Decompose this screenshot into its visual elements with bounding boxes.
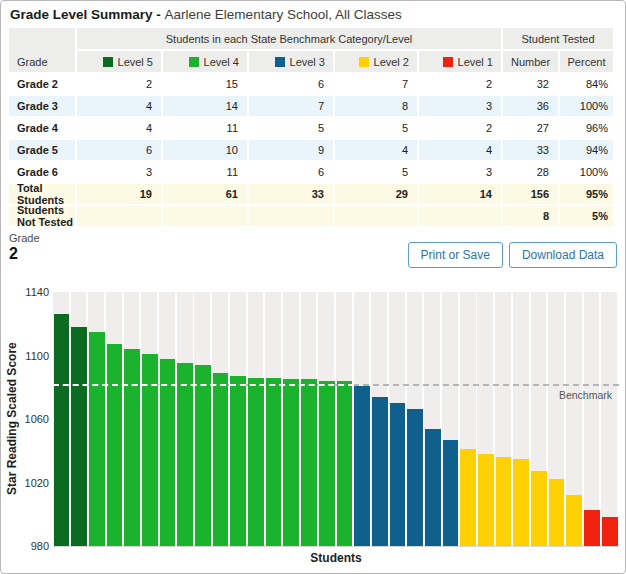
level-swatch-icon: [443, 57, 453, 67]
level-swatch-icon: [103, 57, 113, 67]
table-cell: 5: [335, 162, 417, 182]
download-data-button[interactable]: Download Data: [509, 242, 617, 268]
table-cell: 4: [77, 96, 161, 116]
table-row-label: Grade 4: [9, 118, 75, 138]
student-score-bar[interactable]: [177, 363, 193, 546]
student-score-bar[interactable]: [566, 495, 582, 546]
table-cell: 27: [503, 118, 558, 138]
student-score-bar[interactable]: [531, 471, 547, 546]
table-cell: 6: [249, 74, 333, 94]
table-cell: 14: [419, 184, 501, 204]
student-score-bar[interactable]: [195, 365, 211, 546]
student-score-bar[interactable]: [584, 510, 600, 547]
grade-level-summary-report: Grade Level Summary - Aarlene Elementary…: [0, 0, 626, 574]
table-cell: 96%: [560, 118, 613, 138]
student-score-bar[interactable]: [443, 440, 459, 546]
table-cell: 3: [419, 96, 501, 116]
level-header-label: Level 5: [118, 56, 153, 68]
level-header-label: Level 3: [290, 56, 325, 68]
table-cell: 2: [77, 74, 161, 94]
benchmark-category-group-header: Students in each State Benchmark Categor…: [77, 28, 501, 49]
student-score-bar[interactable]: [319, 381, 335, 546]
table-cell: 15: [163, 74, 247, 94]
level-swatch-icon: [189, 57, 199, 67]
y-tick-label: 1140: [9, 286, 49, 298]
table-cell: 4: [335, 140, 417, 160]
student-score-bar[interactable]: [107, 344, 123, 546]
level-header-5: Level 5: [77, 51, 161, 72]
student-score-bar[interactable]: [407, 409, 423, 546]
table-cell: 33: [503, 140, 558, 160]
student-score-bar[interactable]: [425, 429, 441, 546]
table-cell: [249, 206, 333, 226]
student-score-bar[interactable]: [266, 378, 282, 546]
student-score-bar[interactable]: [142, 354, 158, 546]
grade-summary-table: Grade Students in each State Benchmark C…: [9, 28, 617, 226]
student-score-bar[interactable]: [283, 379, 299, 546]
scaled-score-chart: Star Reading Scaled Score Benchmark 1140…: [1, 276, 625, 568]
student-score-bar[interactable]: [301, 379, 317, 546]
table-row-label: Grade 6: [9, 162, 75, 182]
grade-selector-value: 2: [9, 245, 40, 263]
table-cell: 3: [419, 162, 501, 182]
student-score-bar[interactable]: [602, 517, 618, 546]
table-cell: 28: [503, 162, 558, 182]
table-row-label: Total Students: [9, 184, 75, 204]
plot-area: Benchmark: [53, 292, 619, 547]
student-score-bar[interactable]: [213, 373, 229, 546]
table-cell: 3: [77, 162, 161, 182]
table-row-label: Students Not Tested: [9, 206, 75, 226]
student-score-bar[interactable]: [337, 381, 353, 546]
print-or-save-button[interactable]: Print or Save: [408, 242, 503, 268]
table-cell: 100%: [560, 96, 613, 116]
student-score-bar[interactable]: [354, 386, 370, 546]
table-cell: 11: [163, 162, 247, 182]
student-score-bar[interactable]: [496, 457, 512, 546]
number-column-header: Number: [503, 51, 558, 72]
table-cell: 19: [77, 184, 161, 204]
table-cell: 8: [503, 206, 558, 226]
table-row-label: Grade 3: [9, 96, 75, 116]
level-header-3: Level 3: [249, 51, 333, 72]
percent-column-header: Percent: [560, 51, 613, 72]
table-cell: 94%: [560, 140, 613, 160]
table-cell: [335, 206, 417, 226]
student-tested-group-header: Student Tested: [503, 28, 613, 49]
y-tick-label: 980: [9, 540, 49, 552]
student-score-bar[interactable]: [230, 376, 246, 546]
table-cell: 5%: [560, 206, 613, 226]
table-cell: 2: [419, 74, 501, 94]
student-score-bar[interactable]: [248, 378, 264, 546]
student-score-bar[interactable]: [372, 397, 388, 546]
table-row-label: Grade 5: [9, 140, 75, 160]
table-cell: 36: [503, 96, 558, 116]
student-score-bar[interactable]: [160, 359, 176, 546]
student-score-bar[interactable]: [54, 314, 70, 546]
school-and-classes: Aarlene Elementary School, All Classes: [165, 7, 402, 22]
table-cell: [77, 206, 161, 226]
table-cell: 10: [163, 140, 247, 160]
student-score-bar[interactable]: [513, 459, 529, 546]
level-header-1: Level 1: [419, 51, 501, 72]
level-header-label: Level 4: [204, 56, 239, 68]
table-cell: 6: [77, 140, 161, 160]
student-score-bar[interactable]: [390, 403, 406, 546]
table-cell: 33: [249, 184, 333, 204]
level-header-4: Level 4: [163, 51, 247, 72]
y-tick-label: 1060: [9, 413, 49, 425]
grade-section: Grade 2 Print or Save Download Data: [9, 232, 617, 272]
student-score-bar[interactable]: [89, 332, 105, 546]
table-cell: 7: [335, 74, 417, 94]
table-cell: 32: [503, 74, 558, 94]
table-cell: 156: [503, 184, 558, 204]
student-score-bar[interactable]: [478, 454, 494, 546]
student-score-bar[interactable]: [124, 349, 140, 546]
table-cell: 29: [335, 184, 417, 204]
student-score-bar[interactable]: [460, 449, 476, 546]
grade-selector-label: Grade: [9, 232, 40, 245]
level-swatch-icon: [275, 57, 285, 67]
toolbar: Print or Save Download Data: [408, 242, 617, 268]
student-score-bar[interactable]: [71, 327, 87, 546]
page-title: Grade Level Summary - Aarlene Elementary…: [1, 1, 625, 27]
student-score-bar[interactable]: [549, 479, 565, 546]
